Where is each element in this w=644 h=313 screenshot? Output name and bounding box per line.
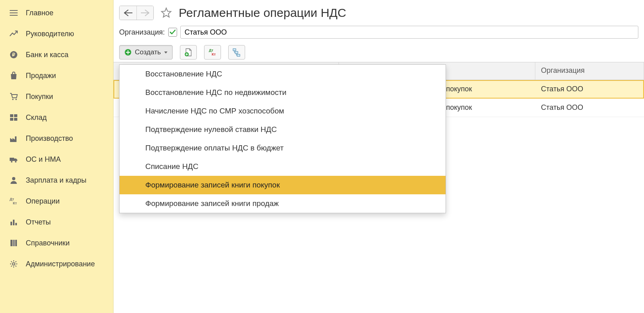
main-area: Регламентные операции НДС Организация: С… <box>114 0 644 313</box>
create-dropdown: Восстановление НДСВосстановление НДС по … <box>119 64 446 213</box>
svg-point-2 <box>12 99 14 100</box>
sidebar-item-warehouse[interactable]: Склад <box>0 107 113 128</box>
gear-icon <box>9 259 19 269</box>
svg-point-19 <box>12 263 15 265</box>
svg-rect-6 <box>10 118 13 121</box>
dropdown-item[interactable]: Восстановление НДС <box>120 65 446 83</box>
cart-icon <box>9 92 19 101</box>
sidebar-item-payroll[interactable]: Зарплата и кадры <box>0 170 113 191</box>
books-icon <box>9 238 19 248</box>
dtkt-icon: Дт Кт <box>208 48 217 57</box>
dropdown-item[interactable]: Формирование записей книги продаж <box>120 194 446 213</box>
cell-org: Статья ООО <box>535 99 644 116</box>
nav-buttons <box>119 6 154 20</box>
sidebar-item-label: Справочники <box>26 239 70 247</box>
svg-point-8 <box>11 161 12 163</box>
svg-rect-24 <box>233 49 236 51</box>
sidebar-item-main[interactable]: Главное <box>0 2 113 23</box>
cell-org: Статья ООО <box>535 81 644 97</box>
sidebar-item-label: Банк и касса <box>26 51 68 59</box>
svg-text:Дт: Дт <box>10 197 14 201</box>
create-button-label: Создать <box>135 48 161 56</box>
bars-icon <box>9 217 19 227</box>
plus-circle-icon <box>124 49 132 56</box>
chevron-down-icon <box>164 51 167 54</box>
dtkt-icon: ДтКт <box>9 196 19 206</box>
svg-text:₽: ₽ <box>12 52 15 58</box>
sidebar-item-manager[interactable]: Руководителю <box>0 23 113 44</box>
column-org[interactable]: Организация <box>535 62 644 80</box>
svg-rect-26 <box>237 54 240 56</box>
svg-point-3 <box>15 99 17 100</box>
document-plus-icon <box>184 48 193 57</box>
filter-row: Организация: <box>114 23 644 43</box>
forward-button[interactable] <box>136 6 153 20</box>
sidebar-item-label: ОС и НМА <box>26 155 61 164</box>
structure-button[interactable] <box>228 45 245 60</box>
organization-input[interactable] <box>180 26 638 39</box>
svg-rect-17 <box>13 240 15 246</box>
filter-label: Организация: <box>119 28 165 37</box>
sidebar-item-operations[interactable]: ДтКтОперации <box>0 191 113 212</box>
svg-text:Дт: Дт <box>209 48 213 52</box>
svg-rect-4 <box>10 114 13 117</box>
sidebar-item-label: Производство <box>26 134 73 143</box>
titlebar: Регламентные операции НДС <box>114 0 644 23</box>
truck-icon <box>9 154 19 164</box>
dropdown-item[interactable]: Формирование записей книги покупок <box>120 176 446 194</box>
svg-rect-7 <box>14 118 17 121</box>
svg-text:Кт: Кт <box>13 201 17 205</box>
sidebar-item-label: Руководителю <box>26 30 74 38</box>
ruble-icon: ₽ <box>9 50 19 60</box>
svg-rect-16 <box>10 240 12 246</box>
create-button[interactable]: Создать <box>119 45 173 60</box>
sidebar-item-label: Покупки <box>26 93 53 101</box>
sidebar-item-label: Отчеты <box>26 218 51 227</box>
copy-create-button[interactable] <box>180 45 197 60</box>
sidebar-item-bank[interactable]: ₽Банк и касса <box>0 44 113 65</box>
dtkt-button[interactable]: Дт Кт <box>204 45 221 60</box>
dropdown-item[interactable]: Подтверждение оплаты НДС в бюджет <box>120 139 446 157</box>
svg-text:Кт: Кт <box>212 52 216 56</box>
sidebar-item-production[interactable]: Производство <box>0 128 113 149</box>
page-title: Регламентные операции НДС <box>179 6 346 20</box>
sidebar-item-label: Продажи <box>26 72 56 80</box>
sidebar-item-label: Администрирование <box>26 260 95 268</box>
svg-rect-18 <box>15 240 17 246</box>
sidebar-item-label: Операции <box>26 197 60 206</box>
sidebar-item-purchases[interactable]: Покупки <box>0 86 113 107</box>
dropdown-item[interactable]: Восстановление НДС по недвижимости <box>120 83 446 102</box>
sidebar-item-catalogs[interactable]: Справочники <box>0 233 113 253</box>
grid-icon <box>9 113 19 122</box>
toolbar: Создать Дт Кт <box>114 43 644 62</box>
back-button[interactable] <box>120 6 136 20</box>
filter-checkbox[interactable] <box>168 28 177 37</box>
svg-rect-15 <box>15 223 17 225</box>
bag-icon <box>9 71 19 80</box>
menu-icon <box>9 8 19 18</box>
sidebar-item-label: Склад <box>26 113 47 122</box>
sidebar-item-sales[interactable]: Продажи <box>0 65 113 86</box>
favorite-icon[interactable] <box>160 7 172 19</box>
svg-rect-13 <box>10 222 12 225</box>
sidebar-item-admin[interactable]: Администрирование <box>0 253 113 274</box>
sidebar-item-label: Зарплата и кадры <box>26 176 87 185</box>
trend-icon <box>9 29 19 39</box>
svg-rect-25 <box>235 51 238 54</box>
sidebar-item-assets[interactable]: ОС и НМА <box>0 149 113 170</box>
sidebar: ГлавноеРуководителю₽Банк и кассаПродажиП… <box>0 0 114 313</box>
dropdown-item[interactable]: Подтверждение нулевой ставки НДС <box>120 120 446 139</box>
app-root: ГлавноеРуководителю₽Банк и кассаПродажиП… <box>0 0 644 313</box>
sidebar-item-label: Главное <box>26 9 54 17</box>
dropdown-item[interactable]: Списание НДС <box>120 157 446 176</box>
svg-rect-5 <box>14 114 17 117</box>
svg-point-9 <box>15 161 17 163</box>
factory-icon <box>9 134 19 143</box>
svg-point-10 <box>12 177 15 180</box>
dropdown-item[interactable]: Начисление НДС по СМР хозспособом <box>120 102 446 120</box>
person-icon <box>9 175 19 185</box>
hierarchy-icon <box>232 48 241 57</box>
sidebar-item-reports[interactable]: Отчеты <box>0 212 113 233</box>
svg-rect-14 <box>13 220 14 225</box>
